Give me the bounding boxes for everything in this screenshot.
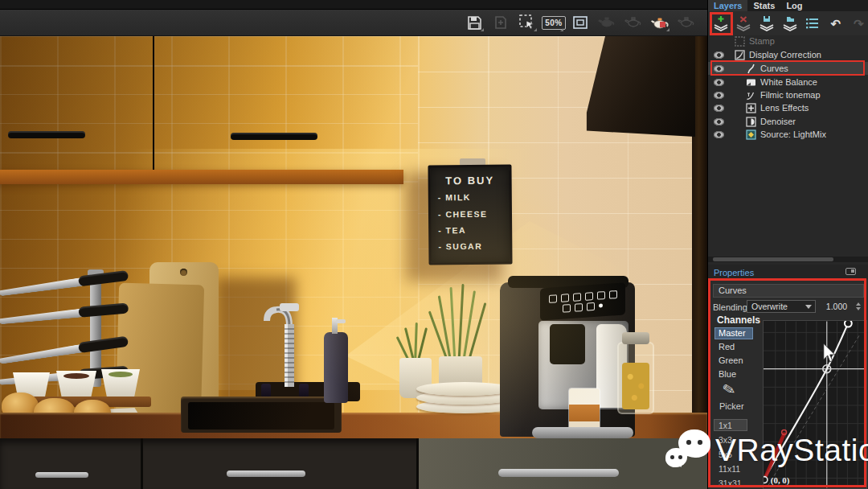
layer-row-display-correction[interactable]: Display Correction xyxy=(708,48,868,61)
properties-tab-bar: Properties xyxy=(708,265,868,279)
redo-button[interactable]: ↷ xyxy=(848,13,868,34)
teapot-render-icon-3[interactable] xyxy=(677,13,696,32)
layer-row-stamp[interactable]: Stamp xyxy=(708,35,868,47)
layer-row-lens-effects[interactable]: Lens Effects xyxy=(708,101,868,114)
channel-blue-button[interactable]: Blue xyxy=(714,368,753,380)
undo-button[interactable]: ↶ xyxy=(825,13,846,34)
drawer-handle xyxy=(35,472,88,478)
undo-icon: ↶ xyxy=(830,18,841,30)
vray-frame-buffer-window: 50% xyxy=(0,0,868,489)
layer-row-source-lightmix[interactable]: Source: LightMix xyxy=(708,128,868,141)
load-layer-tree-button[interactable] xyxy=(780,13,800,34)
wechat-icon xyxy=(665,428,712,473)
delete-layer-button[interactable] xyxy=(734,13,755,34)
curves-layer-icon xyxy=(746,64,756,74)
tab-layers[interactable]: Layers xyxy=(708,0,747,11)
curve-control-point-origin[interactable] xyxy=(763,477,768,483)
layer-options-button[interactable] xyxy=(802,13,823,34)
layer-row-denoiser[interactable]: Denoiser xyxy=(708,115,868,128)
create-layer-button[interactable] xyxy=(710,13,731,34)
render-last-icon[interactable] xyxy=(650,13,669,32)
duplicate-to-host-icon[interactable] xyxy=(491,13,510,32)
zoom-level-label: 50% xyxy=(542,16,566,30)
channel-red-button[interactable]: Red xyxy=(714,341,753,353)
channels-label: Channels xyxy=(717,314,760,326)
visibility-eye-icon[interactable] xyxy=(714,131,724,138)
sample-size-31x31-button[interactable]: 31x31 xyxy=(714,477,747,489)
blending-label: Blending xyxy=(713,302,747,312)
zoom-level-indicator[interactable]: 50% xyxy=(544,13,563,32)
tab-log[interactable]: Log xyxy=(780,0,808,11)
stamp-layer-icon xyxy=(735,36,745,47)
vfb-side-panel: Layers Stats Log ↶ ↷ xyxy=(707,0,868,489)
title-bar xyxy=(0,0,707,10)
visibility-eye-icon[interactable] xyxy=(714,65,724,72)
channel-green-button[interactable]: Green xyxy=(714,355,753,367)
visibility-eye-icon[interactable] xyxy=(714,118,724,125)
lens-effects-layer-icon xyxy=(746,103,756,113)
layers-scrollbar[interactable] xyxy=(708,257,868,262)
drawer-handle xyxy=(498,469,619,477)
watermark: VRayStation xyxy=(665,428,868,473)
visibility-eye-icon[interactable] xyxy=(714,105,724,112)
tab-stats[interactable]: Stats xyxy=(747,0,780,11)
teapot-render-icon-1[interactable] xyxy=(597,13,616,32)
filmic-tonemap-layer-icon xyxy=(746,90,756,101)
layer-row-curves[interactable]: Curves xyxy=(708,62,868,75)
kitchen-render-image: TO BUY - MILK - CHEESE - TEA - SUGAR xyxy=(0,36,707,489)
safe-frame-icon[interactable] xyxy=(571,13,590,32)
blending-amount-field[interactable]: 1.000 xyxy=(821,300,852,313)
faucet xyxy=(256,292,312,397)
layer-row-white-balance[interactable]: White Balance xyxy=(708,76,868,88)
panel-tab-bar: Layers Stats Log xyxy=(708,0,868,11)
undock-panel-icon[interactable] xyxy=(845,268,856,275)
cabinet-handle xyxy=(8,131,85,138)
curve-control-point-top[interactable] xyxy=(845,320,852,327)
ramekin xyxy=(101,369,140,398)
denoiser-layer-icon xyxy=(746,117,756,127)
visibility-eye-icon[interactable] xyxy=(714,92,724,99)
teapot-render-icon-2[interactable] xyxy=(624,13,643,32)
chevron-down-icon xyxy=(805,305,812,309)
channel-master-button[interactable]: Master xyxy=(714,327,753,339)
mouse-cursor xyxy=(824,343,835,362)
save-layer-tree-button[interactable] xyxy=(756,13,777,34)
visibility-eye-icon[interactable] xyxy=(714,51,724,59)
visibility-eye-icon[interactable] xyxy=(714,79,724,86)
save-image-icon[interactable] xyxy=(465,13,484,32)
layer-row-filmic-tonemap[interactable]: Filmic tonemap xyxy=(708,88,868,101)
picker-label: Picker xyxy=(719,401,744,411)
tab-properties[interactable]: Properties xyxy=(708,267,760,277)
cabinet-handle xyxy=(231,133,317,140)
redo-icon: ↷ xyxy=(854,18,864,30)
region-render-icon[interactable] xyxy=(518,13,537,32)
upper-cabinets xyxy=(0,36,403,173)
blending-mode-dropdown[interactable]: Overwrite xyxy=(747,300,816,313)
layer-name-field[interactable]: Curves xyxy=(713,284,864,298)
main-toolbar: 50% xyxy=(0,10,707,36)
watermark-text: VRayStation xyxy=(715,433,868,468)
white-balance-layer-icon xyxy=(746,77,756,88)
drawer-handle xyxy=(227,471,305,477)
picker-pen-icon[interactable]: ✎ xyxy=(721,380,737,401)
origin-label: (0, 0) xyxy=(771,475,790,486)
layer-toolbar: ↶ ↷ xyxy=(708,11,868,35)
display-correction-layer-icon xyxy=(735,50,745,60)
lower-cabinets xyxy=(0,438,707,489)
source-lightmix-layer-icon xyxy=(746,129,756,140)
blending-amount-spinner[interactable] xyxy=(854,300,862,313)
